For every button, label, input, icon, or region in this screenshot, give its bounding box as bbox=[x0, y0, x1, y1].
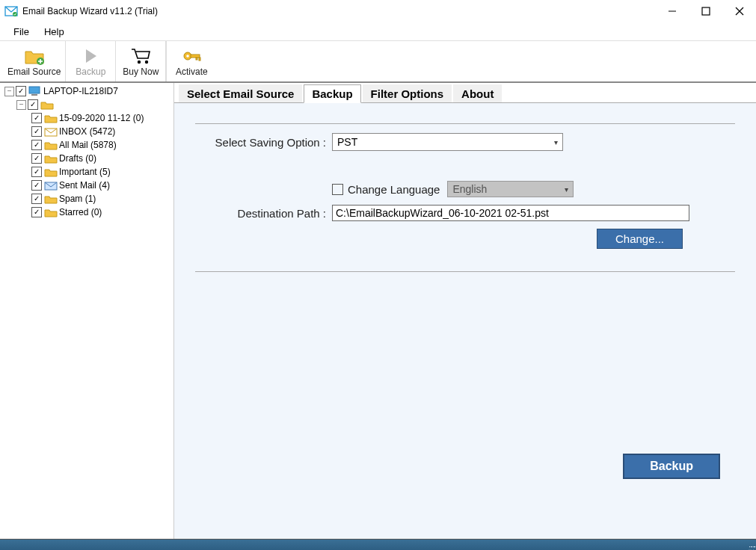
svg-rect-15 bbox=[196, 58, 197, 60]
menubar: File Help bbox=[0, 22, 756, 41]
language-value: English bbox=[452, 183, 487, 195]
mailbox-icon bbox=[40, 99, 54, 110]
destination-row: Destination Path : bbox=[195, 205, 735, 221]
change-language-row: Change Language English ▾ bbox=[332, 181, 735, 197]
checkbox-icon[interactable] bbox=[31, 194, 42, 204]
toolbar-backup-label: Backup bbox=[76, 67, 105, 77]
destination-label: Destination Path : bbox=[195, 207, 332, 220]
language-select: English ▾ bbox=[447, 181, 574, 197]
menu-file[interactable]: File bbox=[6, 24, 37, 40]
expander-icon[interactable]: – bbox=[16, 100, 26, 110]
tree-folder-row[interactable]: Spam (1) bbox=[0, 192, 173, 206]
checkbox-icon[interactable] bbox=[31, 113, 42, 123]
svg-rect-14 bbox=[191, 55, 200, 58]
titlebar: Email Backup Wizard v11.2 (Trial) bbox=[0, 0, 756, 22]
svg-point-1 bbox=[13, 12, 17, 16]
toolbar-activate-label: Activate bbox=[176, 67, 208, 77]
checkbox-icon[interactable] bbox=[31, 180, 42, 191]
separator bbox=[195, 123, 735, 124]
tab-select-email-source[interactable]: Select Email Source bbox=[179, 84, 302, 102]
checkbox-icon[interactable] bbox=[31, 167, 42, 177]
tree-root-label: LAPTOP-IL218ID7 bbox=[43, 84, 118, 98]
tab-about[interactable]: About bbox=[453, 84, 502, 102]
tree-root-row[interactable]: – LAPTOP-IL218ID7 bbox=[0, 84, 173, 98]
folder-icon bbox=[44, 153, 58, 164]
maximize-button[interactable] bbox=[689, 0, 722, 22]
folder-icon bbox=[44, 140, 58, 150]
folder-icon bbox=[44, 194, 58, 204]
computer-icon bbox=[28, 86, 42, 96]
checkbox-icon[interactable] bbox=[31, 140, 42, 150]
svg-point-13 bbox=[187, 55, 190, 58]
svg-marker-9 bbox=[86, 49, 96, 63]
sent-icon bbox=[44, 180, 58, 191]
tree-folder-label: Important (5) bbox=[59, 165, 111, 179]
saving-option-label: Select Saving Option : bbox=[195, 136, 332, 149]
backup-button-wrap: Backup bbox=[623, 454, 720, 479]
tree-folder-row[interactable]: INBOX (5472) bbox=[0, 125, 173, 138]
resize-grip-icon[interactable]: .: .:: .::: bbox=[748, 544, 755, 550]
folder-icon bbox=[44, 113, 58, 123]
folder-add-icon bbox=[24, 46, 45, 66]
minimize-button[interactable] bbox=[655, 0, 689, 22]
toolbar: Email Source Backup Buy Now Activ bbox=[0, 41, 756, 83]
tree-folder-row[interactable]: Starred (0) bbox=[0, 206, 173, 219]
tree-folder-row[interactable]: All Mail (5878) bbox=[0, 138, 173, 152]
expander-icon[interactable]: – bbox=[4, 87, 14, 96]
key-icon bbox=[181, 46, 202, 66]
app-icon bbox=[4, 6, 18, 16]
cart-icon bbox=[130, 46, 151, 66]
tree-account-row[interactable]: – bbox=[0, 98, 173, 111]
checkbox-icon[interactable] bbox=[31, 207, 42, 217]
svg-point-11 bbox=[145, 60, 148, 63]
destination-input[interactable] bbox=[332, 205, 689, 221]
tab-backup[interactable]: Backup bbox=[304, 84, 360, 103]
tree-folder-row[interactable]: Important (5) bbox=[0, 165, 173, 179]
chevron-down-icon: ▾ bbox=[554, 138, 558, 146]
content-pane: Select Email Source Backup Filter Option… bbox=[174, 83, 756, 539]
toolbar-email-source-label: Email Source bbox=[7, 67, 61, 77]
tree-folder-label: Sent Mail (4) bbox=[59, 179, 110, 192]
change-button-row: Change... bbox=[195, 229, 683, 249]
checkbox-icon[interactable] bbox=[28, 99, 38, 110]
toolbar-email-source[interactable]: Email Source bbox=[3, 41, 66, 81]
close-button[interactable] bbox=[722, 0, 756, 22]
toolbar-activate[interactable]: Activate bbox=[166, 41, 216, 81]
backup-panel: Select Saving Option : PST ▾ Change Lang… bbox=[174, 102, 756, 539]
tree-folder-label: Spam (1) bbox=[59, 192, 96, 206]
folder-tree[interactable]: – LAPTOP-IL218ID7 – 15-09-2020 11-12 (0)… bbox=[0, 83, 174, 539]
toolbar-buy-now[interactable]: Buy Now bbox=[116, 41, 166, 81]
window-controls bbox=[655, 0, 756, 22]
svg-rect-16 bbox=[199, 58, 200, 61]
folder-icon bbox=[44, 167, 58, 177]
saving-option-select[interactable]: PST ▾ bbox=[332, 133, 563, 151]
saving-option-row: Select Saving Option : PST ▾ bbox=[195, 133, 735, 151]
change-language-label: Change Language bbox=[348, 183, 440, 196]
play-icon bbox=[83, 46, 98, 66]
toolbar-buy-now-label: Buy Now bbox=[123, 67, 159, 77]
tree-folder-row[interactable]: Sent Mail (4) bbox=[0, 179, 173, 192]
change-button[interactable]: Change... bbox=[597, 229, 683, 249]
tree-folder-row[interactable]: Drafts (0) bbox=[0, 152, 173, 165]
checkbox-icon[interactable] bbox=[31, 126, 42, 137]
tree-folder-row[interactable]: 15-09-2020 11-12 (0) bbox=[0, 111, 173, 125]
folder-icon bbox=[44, 207, 58, 217]
tree-folder-label: All Mail (5878) bbox=[59, 138, 117, 152]
backup-button[interactable]: Backup bbox=[623, 454, 720, 479]
separator bbox=[195, 271, 735, 272]
tab-filter-options[interactable]: Filter Options bbox=[363, 84, 452, 102]
inbox-icon bbox=[44, 126, 58, 137]
checkbox-icon[interactable] bbox=[16, 86, 26, 96]
tree-folder-label: Starred (0) bbox=[59, 206, 102, 219]
checkbox-icon[interactable] bbox=[31, 153, 42, 164]
svg-rect-3 bbox=[702, 7, 710, 15]
main-split: – LAPTOP-IL218ID7 – 15-09-2020 11-12 (0)… bbox=[0, 83, 756, 539]
change-language-checkbox[interactable] bbox=[332, 184, 343, 195]
toolbar-backup[interactable]: Backup bbox=[66, 41, 116, 81]
svg-point-10 bbox=[138, 60, 141, 63]
tree-folder-label: 15-09-2020 11-12 (0) bbox=[59, 111, 144, 125]
tabs: Select Email Source Backup Filter Option… bbox=[174, 83, 756, 103]
menu-help[interactable]: Help bbox=[37, 24, 72, 40]
tree-folder-label: Drafts (0) bbox=[59, 152, 96, 165]
chevron-down-icon: ▾ bbox=[565, 185, 568, 194]
